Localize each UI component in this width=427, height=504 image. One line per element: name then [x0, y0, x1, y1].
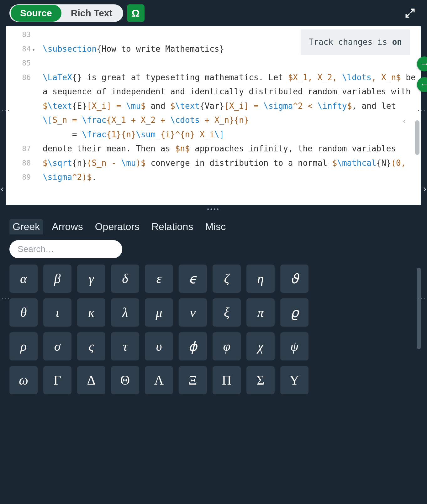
collapse-panel-caret[interactable]: ‹ — [402, 114, 407, 129]
line-number: 83 — [6, 28, 31, 42]
line-number-gutter: 83848586878889909192 — [6, 26, 33, 205]
symbol-beta[interactable]: β — [43, 265, 71, 293]
symbol-varepsilon[interactable]: ε — [145, 265, 173, 293]
symbol-rho[interactable]: ρ — [9, 332, 38, 360]
code-line[interactable] — [43, 56, 418, 71]
symbol-Gamma[interactable]: Γ — [43, 366, 71, 394]
line-number: 88 — [6, 156, 31, 171]
richtext-mode-button[interactable]: Rich Text — [61, 5, 122, 22]
symbol-omega[interactable]: ω — [9, 366, 38, 394]
symbol-Sigma[interactable]: Σ — [246, 366, 275, 394]
symbol-Upsilon[interactable]: Υ — [280, 366, 308, 394]
symbol-epsilon[interactable]: ϵ — [179, 265, 207, 293]
symbol-lambda[interactable]: λ — [111, 298, 139, 327]
code-editor[interactable]: 83848586878889909192 \subsection{How to … — [6, 26, 421, 205]
symbol-Theta[interactable]: Θ — [111, 366, 139, 394]
line-number: 89 — [6, 170, 31, 205]
code-line[interactable] — [43, 185, 418, 199]
symbol-tab-operators[interactable]: Operators — [92, 219, 143, 234]
symbol-zeta[interactable]: ζ — [213, 265, 241, 293]
track-changes-state: on — [392, 37, 402, 47]
editor-toolbar: Source Rich Text Ω — [6, 0, 421, 26]
symbol-phi[interactable]: ϕ — [179, 332, 207, 360]
symbol-varphi[interactable]: φ — [213, 332, 241, 360]
line-number: 85 — [6, 56, 31, 71]
prev-change-button[interactable]: ← — [417, 77, 427, 92]
panel-resize-handle[interactable]: •••• — [6, 205, 421, 214]
symbol-theta[interactable]: θ — [9, 298, 38, 327]
symbol-pi[interactable]: π — [246, 298, 275, 327]
code-line[interactable]: \LaTeX{} is great at typesetting mathema… — [43, 71, 418, 113]
right-resize-handle-lower[interactable]: ⋮ — [417, 295, 426, 303]
review-nav-arrows: → ← — [417, 56, 427, 92]
next-change-button[interactable]: → — [417, 56, 427, 71]
symbol-psi[interactable]: ψ — [280, 332, 308, 360]
left-resize-handle-lower[interactable]: ⋮ — [1, 295, 10, 303]
symbol-delta[interactable]: δ — [111, 265, 139, 293]
fullscreen-button[interactable] — [403, 6, 418, 21]
symbol-tab-greek[interactable]: Greek — [9, 219, 43, 234]
symbol-eta[interactable]: η — [246, 265, 275, 293]
track-changes-label: Track changes is — [309, 37, 392, 47]
left-resize-handle-upper[interactable]: ⋮ — [1, 107, 10, 115]
symbol-panel: GreekArrowsOperatorsRelationsMisc αβγδεϵ… — [6, 214, 421, 504]
symbol-tab-relations[interactable]: Relations — [148, 219, 196, 234]
code-line[interactable]: = \frac{1}{n}\sum_{i}^{n} X_i\] — [43, 128, 418, 142]
code-line[interactable]: denote their mean. Then as $n$ approache… — [43, 142, 418, 185]
symbol-Lambda[interactable]: Λ — [145, 366, 173, 394]
right-resize-handle-upper[interactable]: ⋮ — [417, 107, 426, 115]
symbol-category-tabs: GreekArrowsOperatorsRelationsMisc — [6, 214, 421, 240]
symbol-alpha[interactable]: α — [9, 265, 38, 293]
code-line[interactable]: \[S_n = \frac{X_1 + X_2 + \cdots + X_n}{… — [43, 113, 418, 128]
left-panel-toggle[interactable]: ‹ — [1, 183, 4, 194]
editor-container: 83848586878889909192 \subsection{How to … — [6, 26, 421, 214]
symbol-tau[interactable]: τ — [111, 332, 139, 360]
symbol-iota[interactable]: ι — [43, 298, 71, 327]
special-characters-button[interactable]: Ω — [127, 4, 145, 22]
symbol-panel-scrollbar-thumb[interactable] — [417, 268, 421, 349]
mode-switch: Source Rich Text — [9, 4, 123, 22]
symbol-sigma[interactable]: σ — [43, 332, 71, 360]
symbol-varsigma[interactable]: ς — [77, 332, 105, 360]
symbol-varrho[interactable]: ϱ — [280, 298, 308, 327]
line-number: 86 — [6, 71, 31, 142]
symbol-Pi[interactable]: Π — [213, 366, 241, 394]
symbol-tab-arrows[interactable]: Arrows — [49, 219, 86, 234]
line-number: 87 — [6, 142, 31, 156]
right-panel-toggle[interactable]: › — [423, 183, 426, 194]
symbol-mu[interactable]: μ — [145, 298, 173, 327]
symbol-vartheta[interactable]: ϑ — [280, 265, 308, 293]
line-number: 84 — [6, 42, 31, 56]
symbol-grid: αβγδεϵζηϑθικλμνξπϱρσςτυϕφχψωΓΔΘΛΞΠΣΥ — [9, 265, 419, 394]
editor-scrollbar-thumb[interactable] — [415, 120, 419, 155]
symbol-Delta[interactable]: Δ — [77, 366, 105, 394]
symbol-tab-misc[interactable]: Misc — [202, 219, 229, 234]
symbol-Xi[interactable]: Ξ — [179, 366, 207, 394]
symbol-kappa[interactable]: κ — [77, 298, 105, 327]
code-line[interactable] — [43, 199, 418, 205]
symbol-gamma[interactable]: γ — [77, 265, 105, 293]
symbol-nu[interactable]: ν — [179, 298, 207, 327]
source-mode-button[interactable]: Source — [11, 5, 61, 22]
symbol-chi[interactable]: χ — [246, 332, 275, 360]
expand-icon — [405, 8, 415, 18]
symbol-search-input[interactable] — [9, 240, 122, 258]
symbol-xi[interactable]: ξ — [213, 298, 241, 327]
track-changes-banner[interactable]: Track changes is on — [301, 29, 410, 55]
symbol-upsilon[interactable]: υ — [145, 332, 173, 360]
